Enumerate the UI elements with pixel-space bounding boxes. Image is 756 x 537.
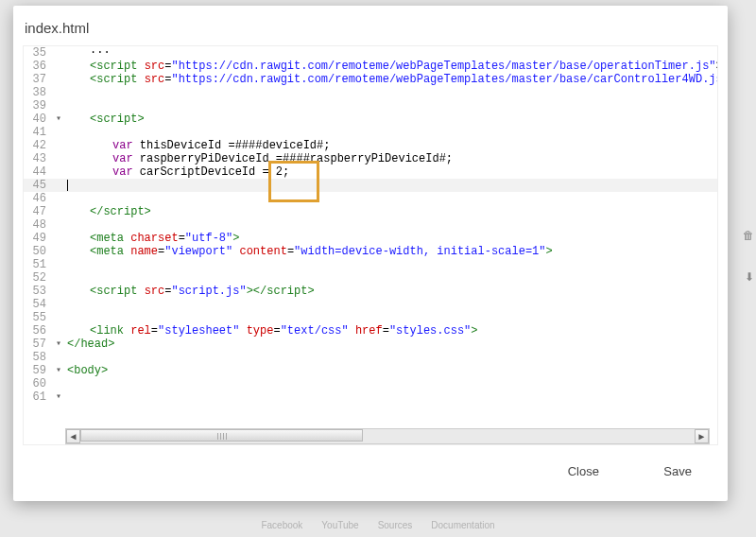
code-line[interactable]: 42var thisDeviceId =####deviceId#;: [24, 139, 717, 152]
scroll-grip-icon: [217, 433, 227, 440]
line-number: 44: [24, 165, 52, 179]
background-footer-links: Facebook YouTube Sources Documentation: [0, 520, 756, 535]
code-content[interactable]: <link rel="stylesheet" type="text/css" h…: [65, 324, 717, 338]
code-line[interactable]: 40▾<script>: [24, 113, 717, 126]
code-content[interactable]: var raspberryPiDeviceId =####raspberryPi…: [65, 152, 717, 165]
code-content[interactable]: [65, 86, 717, 99]
code-line[interactable]: 60: [24, 377, 717, 390]
code-content[interactable]: [65, 258, 717, 271]
bg-link: Sources: [378, 520, 413, 535]
fold-gutter-icon: [52, 73, 65, 86]
scroll-left-arrow-icon[interactable]: ◄: [66, 429, 80, 443]
line-number: 50: [24, 245, 52, 258]
horizontal-scrollbar[interactable]: ◄ ►: [65, 428, 710, 444]
fold-gutter-icon: [52, 60, 65, 73]
code-line[interactable]: 44var carScriptDeviceId = 2;: [24, 165, 717, 179]
fold-gutter-icon: [52, 192, 65, 205]
code-line[interactable]: 61▾: [24, 390, 717, 404]
code-content[interactable]: [65, 179, 717, 192]
code-line[interactable]: 56<link rel="stylesheet" type="text/css"…: [24, 324, 717, 338]
line-number: 47: [24, 205, 52, 218]
bg-link: Documentation: [431, 520, 494, 535]
code-line[interactable]: 51: [24, 258, 717, 271]
editor-area[interactable]: 35···36<script src="https://cdn.rawgit.c…: [23, 45, 718, 445]
code-content[interactable]: <body>: [65, 364, 717, 377]
code-line[interactable]: 50<meta name="viewport" content="width=d…: [24, 245, 717, 258]
code-line[interactable]: 59▾<body>: [24, 364, 717, 377]
code-content[interactable]: var carScriptDeviceId = 2;: [65, 165, 717, 179]
line-number: 60: [24, 377, 52, 390]
code-line[interactable]: 38: [24, 86, 717, 99]
line-number: 35: [24, 46, 52, 60]
bg-link: YouTube: [321, 520, 358, 535]
fold-gutter-icon[interactable]: ▾: [52, 113, 65, 126]
code-content[interactable]: ···: [65, 46, 717, 60]
code-content[interactable]: [65, 126, 717, 139]
scroll-thumb[interactable]: [80, 429, 363, 442]
fold-gutter-icon: [52, 377, 65, 390]
code-line[interactable]: 46: [24, 192, 717, 205]
code-line[interactable]: 37<script src="https://cdn.rawgit.com/re…: [24, 73, 717, 86]
code-line[interactable]: 36<script src="https://cdn.rawgit.com/re…: [24, 60, 717, 73]
close-button[interactable]: Close: [558, 459, 609, 484]
code-line[interactable]: 43var raspberryPiDeviceId =####raspberry…: [24, 152, 717, 165]
fold-gutter-icon: [52, 46, 65, 60]
code-content[interactable]: <meta name="viewport" content="width=dev…: [65, 245, 717, 258]
line-number: 52: [24, 271, 52, 285]
code-line[interactable]: 54: [24, 298, 717, 311]
code-line[interactable]: 39: [24, 99, 717, 113]
code-content[interactable]: [65, 218, 717, 232]
code-line[interactable]: 48: [24, 218, 717, 232]
code-content[interactable]: [65, 271, 717, 285]
fold-gutter-icon: [52, 258, 65, 271]
code-line[interactable]: 35···: [24, 46, 717, 60]
code-line[interactable]: 55: [24, 311, 717, 324]
code-line[interactable]: 57▾</head>: [24, 338, 717, 351]
code-content[interactable]: [65, 377, 717, 390]
code-content[interactable]: [65, 192, 717, 205]
code-content[interactable]: <script src="https://cdn.rawgit.com/remo…: [65, 60, 717, 73]
code-line[interactable]: 49<meta charset="utf-8">: [24, 232, 717, 245]
modal-footer: Close Save: [13, 445, 728, 501]
code-editor[interactable]: 35···36<script src="https://cdn.rawgit.c…: [24, 46, 717, 415]
editor-modal: index.html 35···36<script src="https://c…: [13, 6, 728, 501]
code-line[interactable]: 53<script src="script.js"></script>: [24, 285, 717, 298]
line-number: 56: [24, 324, 52, 338]
fold-gutter-icon[interactable]: ▾: [52, 390, 65, 404]
code-content[interactable]: </head>: [65, 338, 717, 351]
line-number: 58: [24, 351, 52, 364]
fold-gutter-icon: [52, 245, 65, 258]
code-content[interactable]: <script src="script.js"></script>: [65, 285, 717, 298]
line-number: 45: [24, 179, 52, 192]
fold-gutter-icon[interactable]: ▾: [52, 364, 65, 377]
code-line[interactable]: 52: [24, 271, 717, 285]
code-content[interactable]: var thisDeviceId =####deviceId#;: [65, 139, 717, 152]
code-content[interactable]: <script>: [65, 113, 717, 126]
fold-gutter-icon: [52, 152, 65, 165]
scroll-right-arrow-icon[interactable]: ►: [695, 429, 709, 443]
scroll-track[interactable]: [80, 429, 695, 443]
line-number: 39: [24, 99, 52, 113]
fold-gutter-icon: [52, 218, 65, 232]
code-content[interactable]: [65, 311, 717, 324]
line-number: 49: [24, 232, 52, 245]
fold-gutter-icon: [52, 86, 65, 99]
code-content[interactable]: <meta charset="utf-8">: [65, 232, 717, 245]
line-number: 46: [24, 192, 52, 205]
save-button[interactable]: Save: [654, 459, 701, 484]
code-content[interactable]: [65, 99, 717, 113]
code-content[interactable]: [65, 298, 717, 311]
modal-title: index.html: [25, 20, 716, 36]
code-line[interactable]: 41: [24, 126, 717, 139]
bg-trash-icon: 🗑: [743, 229, 754, 242]
code-content[interactable]: [65, 390, 717, 404]
code-line[interactable]: 45: [24, 179, 717, 192]
fold-gutter-icon[interactable]: ▾: [52, 338, 65, 351]
code-content[interactable]: </script>: [65, 205, 717, 218]
code-content[interactable]: <script src="https://cdn.rawgit.com/remo…: [65, 73, 717, 86]
code-line[interactable]: 58: [24, 351, 717, 364]
code-content[interactable]: [65, 351, 717, 364]
code-line[interactable]: 47</script>: [24, 205, 717, 218]
bg-download-icon: ⬇: [745, 270, 754, 284]
fold-gutter-icon: [52, 165, 65, 179]
